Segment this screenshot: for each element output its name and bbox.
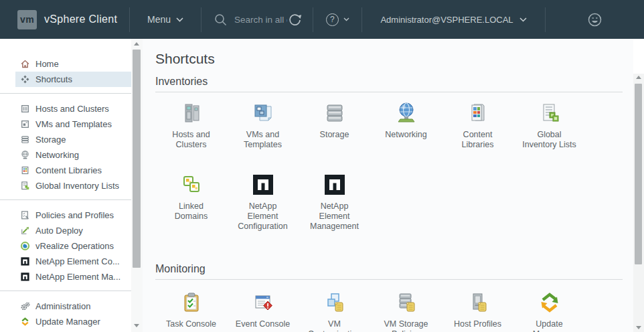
vmware-logo-text: vm [20,14,34,25]
global-search[interactable]: Search in all environment [202,12,313,27]
search-icon [214,13,227,26]
shortcut-global-inventory-lists[interactable]: Global Inventory Lists [513,101,585,150]
sidebar-item-auto-deploy[interactable]: Auto Deploy [15,223,131,238]
sidebar-item-global-inventory-lists[interactable]: Global Inventory Lists [15,178,131,193]
shortcuts-icon [20,74,30,84]
shortcut-label: Host Profiles [454,319,501,329]
sidebar-item-netapp-element-management[interactable]: NetApp Element Ma... [15,269,131,284]
shortcut-label: VM Customization [308,319,361,332]
shortcut-label: NetApp Element Configuration [238,201,287,232]
shortcut-label: Linked Domains [175,201,208,222]
update-manager-icon [538,290,562,315]
sidebar-item-label: Administration [35,301,90,311]
sidebar-item-vrealize-operations[interactable]: vRealize Operations [15,238,131,254]
section-divider [155,92,623,92]
nav-group-policies: Policies and Profiles Auto Deploy [0,199,131,284]
sidebar-nav: Home Shortcuts Hosts and C [0,39,131,332]
sidebar-item-label: VMs and Templates [35,119,112,129]
shortcut-vms-and-templates[interactable]: VMs and Templates [227,101,299,150]
shortcut-networking[interactable]: Networking [370,101,442,150]
sidebar-item-label: Networking [35,150,79,160]
sidebar-item-update-manager[interactable]: Update Manager [15,314,131,329]
shortcut-label: Networking [385,130,427,140]
scroll-down-arrow[interactable] [134,324,139,327]
shortcut-label: Update Manager [533,319,566,332]
help-menu[interactable]: ? [313,13,361,26]
administration-icon [20,301,30,311]
content-libraries-icon [466,101,490,125]
nav-group-top: Home Shortcuts [0,39,131,87]
sidebar-item-shortcuts[interactable]: Shortcuts [15,72,131,87]
sidebar-scrollbar [131,39,143,332]
refresh-icon [287,12,303,27]
sidebar-item-storage[interactable]: Storage [15,132,131,147]
sidebar-item-home[interactable]: Home [15,56,131,72]
refresh-button[interactable] [287,12,303,27]
shortcut-label: NetApp Element Management [310,201,359,232]
shortcut-storage[interactable]: Storage [299,101,370,150]
storage-icon [323,101,347,125]
vrealize-operations-icon [20,241,30,251]
monitoring-row: Task Console Event [155,290,633,332]
shortcut-event-console[interactable]: Event Console [227,290,299,332]
scroll-up-arrow[interactable] [636,76,641,79]
networking-icon [20,150,30,160]
shortcut-netapp-element-management[interactable]: NetApp Element Management [299,173,370,232]
shortcut-update-manager[interactable]: Update Manager [513,290,585,332]
sidebar-item-netapp-element-configuration[interactable]: NetApp Element Co... [15,254,131,269]
shortcut-host-profiles[interactable]: Host Profiles [442,290,513,332]
smiley-icon [587,12,602,27]
vm-customization-icon [323,290,347,315]
sidebar-item-policies-and-profiles[interactable]: Policies and Profiles [15,208,131,223]
shortcut-vm-storage-policies[interactable]: VM Storage Policies [370,290,442,332]
shortcut-hosts-and-clusters[interactable]: Hosts and Clusters [155,101,227,150]
policies-and-profiles-icon [20,210,30,220]
main-scrollbar [633,39,644,332]
shortcut-label: Event Console [236,319,290,329]
content-libraries-icon [20,165,30,175]
sidebar-item-networking[interactable]: Networking [15,147,131,163]
sidebar-item-label: NetApp Element Co... [35,256,120,266]
user-menu[interactable]: Administrator@VSPHERE.LOCAL [362,15,544,25]
scroll-down-arrow[interactable] [636,326,641,329]
shortcut-label: VM Storage Policies [384,319,428,332]
inventories-row-2: Linked Domains NetApp Element Configurat… [155,173,633,232]
nav-group-admin: Administration Update Manager [0,290,131,329]
sidebar-item-label: Hosts and Clusters [35,104,109,114]
task-console-icon [179,290,204,315]
global-inventory-lists-icon [538,101,562,125]
menu-label: Menu [147,14,171,25]
sidebar-item-label: Shortcuts [35,74,72,84]
shortcut-vm-customization[interactable]: VM Customization [299,290,370,332]
sidebar-item-hosts-and-clusters[interactable]: Hosts and Clusters [15,101,131,116]
vmware-logo[interactable]: vm [17,10,37,29]
shortcut-label: VMs and Templates [244,130,282,150]
chevron-down-icon [343,17,349,21]
scrollbar-thumb[interactable] [635,84,642,264]
help-icon: ? [326,13,339,26]
hosts-and-clusters-icon [20,104,30,114]
username: Administrator@VSPHERE.LOCAL [380,15,513,25]
menu-button[interactable]: Menu [130,14,201,25]
sidebar-item-vms-and-templates[interactable]: VMs and Templates [15,116,131,132]
page-title: Shortcuts [155,51,633,67]
chevron-down-icon [519,17,527,22]
netapp-icon [251,173,275,197]
sidebar-item-label: Content Libraries [35,165,102,175]
shortcut-linked-domains[interactable]: Linked Domains [155,173,227,232]
netapp-icon [20,256,30,266]
netapp-icon [20,272,30,282]
sidebar-item-content-libraries[interactable]: Content Libraries [15,163,131,178]
shortcut-task-console[interactable]: Task Console [155,290,227,332]
netapp-icon [323,173,347,197]
nav-group-inventories: Hosts and Clusters VMs and Templates [0,93,131,193]
scrollbar-thumb[interactable] [133,50,141,268]
scroll-up-arrow[interactable] [134,42,139,46]
shortcut-content-libraries[interactable]: Content Libraries [442,101,513,150]
home-icon [20,59,30,69]
shortcut-netapp-element-configuration[interactable]: NetApp Element Configuration [227,173,299,232]
feedback-button[interactable] [546,12,644,27]
shortcut-label: Hosts and Clusters [172,130,210,150]
sidebar-item-administration[interactable]: Administration [15,299,131,314]
shortcut-label: Global Inventory Lists [522,130,576,150]
